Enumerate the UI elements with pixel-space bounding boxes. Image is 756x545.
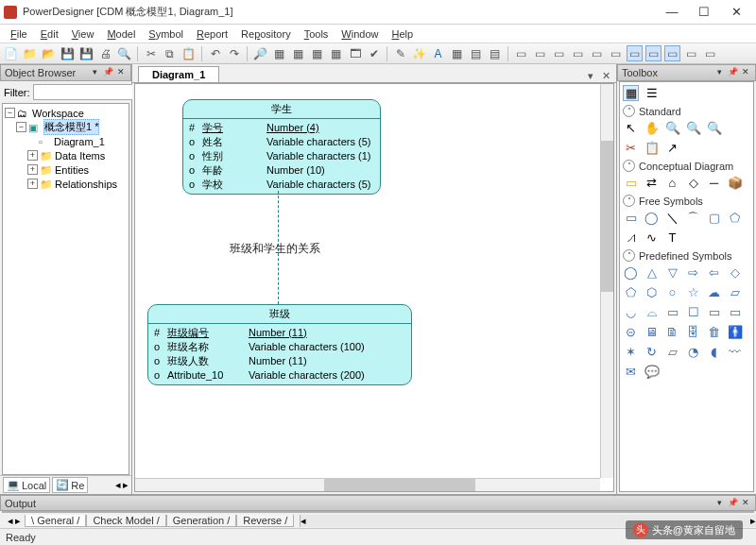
tab-general[interactable]: \ General / bbox=[25, 515, 86, 527]
attr-row[interactable]: o年龄Number (10) bbox=[189, 163, 374, 178]
menu-repository[interactable]: Repository bbox=[234, 28, 298, 40]
sym-cyl-icon[interactable]: ⌓ bbox=[644, 304, 660, 320]
tree-entities[interactable]: + 📁 Entities bbox=[3, 162, 129, 177]
lock-icon[interactable]: ▤ bbox=[468, 45, 484, 61]
tool-a-icon[interactable]: ▦ bbox=[271, 45, 287, 61]
sym-wave-icon[interactable]: 〰 bbox=[727, 344, 743, 360]
dropdown-icon[interactable]: ▾ bbox=[89, 67, 100, 78]
project-icon[interactable]: 📁 bbox=[22, 45, 38, 61]
sym-screen-icon[interactable]: 🖥 bbox=[644, 324, 660, 340]
tree-data-items[interactable]: + 📁 Data Items bbox=[3, 148, 129, 162]
text-icon[interactable]: T bbox=[664, 230, 680, 246]
menu-tools[interactable]: Tools bbox=[298, 28, 335, 40]
sym-dbl-icon[interactable]: ↻ bbox=[644, 344, 660, 360]
sym-pent-icon[interactable]: ⬠ bbox=[623, 284, 639, 300]
panel-close-icon[interactable]: ✕ bbox=[740, 498, 751, 509]
tab-check-model[interactable]: Check Model / bbox=[86, 515, 165, 527]
menu-window[interactable]: Window bbox=[335, 28, 385, 40]
tab-close-icon[interactable]: ✕ bbox=[599, 70, 612, 82]
attr-row[interactable]: oAttribute_10Variable characters (200) bbox=[154, 368, 405, 383]
save-icon[interactable]: 💾 bbox=[60, 45, 76, 61]
view-large-icon[interactable]: ▦ bbox=[623, 85, 639, 101]
zoom-in-icon[interactable]: 🔍 bbox=[664, 120, 680, 136]
preview-icon[interactable]: 🔍 bbox=[116, 45, 132, 61]
sym-tri2-icon[interactable]: ▽ bbox=[664, 264, 680, 281]
sym-cloud-icon[interactable]: ☁ bbox=[706, 284, 722, 300]
sym-rect-icon[interactable]: ◯ bbox=[623, 264, 639, 281]
ellipse-icon[interactable]: ◯ bbox=[644, 210, 660, 226]
menu-view[interactable]: View bbox=[65, 28, 101, 40]
tab-re[interactable]: 🔄 Re bbox=[52, 477, 88, 493]
open-icon[interactable]: 📂 bbox=[41, 45, 57, 61]
show-browser-icon[interactable]: ▭ bbox=[627, 45, 643, 61]
tab-reverse[interactable]: Reverse / bbox=[236, 515, 294, 527]
link-icon[interactable]: ↗ bbox=[664, 140, 680, 156]
check-icon[interactable]: ✔ bbox=[366, 45, 382, 61]
tab-diagram[interactable]: Diagram_1 bbox=[138, 66, 219, 82]
out-tab-right-icon[interactable]: ▸ bbox=[15, 515, 21, 527]
sym-half-icon[interactable]: ◖ bbox=[706, 344, 722, 360]
diagram-canvas[interactable]: 学生 #学号Number (4) o姓名Variable characters … bbox=[135, 84, 600, 478]
attr-row[interactable]: #班级编号Number (11) bbox=[154, 326, 405, 340]
section-free[interactable]: ˄Free Symbols bbox=[623, 195, 750, 207]
scrollbar-thumb[interactable] bbox=[601, 141, 613, 292]
polygon-icon[interactable]: ⬠ bbox=[727, 210, 743, 226]
attr-row[interactable]: o姓名Variable characters (5) bbox=[189, 135, 374, 149]
sym-tri-icon[interactable]: △ bbox=[644, 264, 660, 281]
association-icon[interactable]: ◇ bbox=[685, 175, 701, 191]
cut-icon[interactable]: ✂ bbox=[623, 140, 639, 156]
sym-arrow-icon[interactable]: ⇨ bbox=[685, 264, 701, 281]
tab-dropdown-icon[interactable]: ▾ bbox=[584, 70, 597, 82]
sym-star-icon[interactable]: ☆ bbox=[685, 284, 701, 300]
show-toolbox-icon[interactable]: ▭ bbox=[664, 45, 680, 61]
redo-icon[interactable]: ↷ bbox=[226, 45, 242, 61]
script-icon[interactable]: ✎ bbox=[392, 45, 408, 61]
sym-disk-icon[interactable]: ⊝ bbox=[623, 324, 639, 340]
collapse-icon[interactable]: − bbox=[5, 108, 15, 118]
object-tree[interactable]: − 🗂 Workspace − ▣ 概念模型1 * ▫ Diagram_1 + … bbox=[2, 103, 129, 475]
output-header[interactable]: Output ▾ 📌 ✕ bbox=[0, 495, 756, 511]
maximize-button[interactable]: ☐ bbox=[688, 2, 720, 23]
tree-diagram[interactable]: ▫ Diagram_1 bbox=[3, 134, 129, 148]
sym-cube-icon[interactable]: ▭ bbox=[664, 304, 680, 320]
wand-icon[interactable]: ✨ bbox=[411, 45, 427, 61]
relationship-label[interactable]: 班级和学生的关系 bbox=[230, 241, 320, 257]
sym-hex-icon[interactable]: ⬡ bbox=[644, 284, 660, 300]
toolbox-header[interactable]: Toolbox ▾ 📌 ✕ bbox=[617, 64, 756, 81]
sym-trash-icon[interactable]: 🗑 bbox=[706, 324, 722, 340]
horizontal-scrollbar[interactable] bbox=[135, 478, 600, 491]
sym-note-icon[interactable]: ▱ bbox=[727, 284, 743, 300]
attr-row[interactable]: o性别Variable characters (1) bbox=[189, 149, 374, 163]
view-list-icon[interactable]: ☰ bbox=[644, 85, 660, 101]
pointer-icon[interactable]: ↖ bbox=[623, 120, 639, 136]
sym-circ-icon[interactable]: ○ bbox=[664, 284, 680, 300]
sym-para-icon[interactable]: ▱ bbox=[664, 344, 680, 360]
text-icon[interactable]: A bbox=[430, 45, 446, 61]
sym-burst-icon[interactable]: ✶ bbox=[623, 344, 639, 360]
tool-b-icon[interactable]: ▦ bbox=[290, 45, 306, 61]
section-standard[interactable]: ˄Standard bbox=[623, 105, 750, 117]
sym-db-icon[interactable]: 🗄 bbox=[685, 324, 701, 340]
properties-icon[interactable]: 🗔 bbox=[347, 45, 363, 61]
zoom-out-icon[interactable]: 🔍 bbox=[685, 120, 701, 136]
undo-icon[interactable]: ↶ bbox=[207, 45, 223, 61]
attr-row[interactable]: o班级人数Number (11) bbox=[154, 354, 405, 368]
vertical-scrollbar[interactable] bbox=[600, 84, 613, 478]
pin-icon[interactable]: 📌 bbox=[102, 67, 113, 78]
panel2-icon[interactable]: ▭ bbox=[532, 45, 548, 61]
inheritance-icon[interactable]: ⌂ bbox=[664, 175, 680, 191]
menu-help[interactable]: Help bbox=[385, 28, 420, 40]
panel10-icon[interactable]: ▭ bbox=[683, 45, 699, 61]
expand-icon[interactable]: + bbox=[27, 164, 38, 175]
dropdown-icon[interactable]: ▾ bbox=[713, 67, 725, 78]
pin-icon[interactable]: 📌 bbox=[727, 67, 738, 78]
sym-arrow2-icon[interactable]: ⇦ bbox=[706, 264, 722, 281]
rect-icon[interactable]: ▭ bbox=[623, 210, 639, 226]
tab-local[interactable]: 💻 Local bbox=[3, 477, 50, 493]
relationship-icon[interactable]: ⇄ bbox=[644, 175, 660, 191]
entity-class[interactable]: 班级 #班级编号Number (11) o班级名称Variable charac… bbox=[147, 304, 412, 385]
dropdown-icon[interactable]: ▾ bbox=[713, 498, 725, 509]
menu-model[interactable]: Model bbox=[100, 28, 142, 40]
rrect-icon[interactable]: ▢ bbox=[706, 210, 722, 226]
menu-file[interactable]: File bbox=[4, 28, 34, 40]
